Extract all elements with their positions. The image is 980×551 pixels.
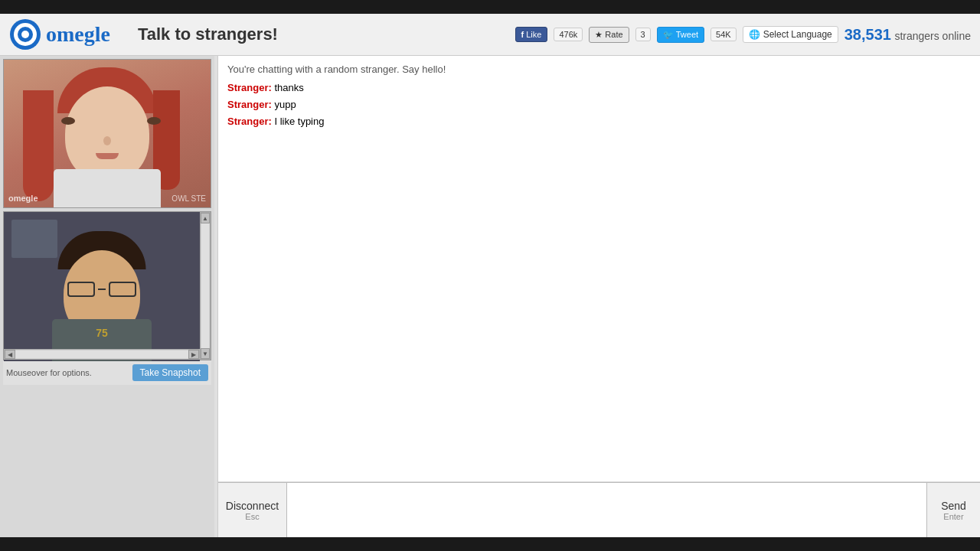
input-area: Disconnect Esc Send Enter — [218, 482, 980, 537]
left-panel: omegle OWL STE — [0, 56, 214, 537]
self-video: 75 — [4, 212, 200, 361]
chat-message-3: Stranger: I like typing — [227, 115, 971, 129]
left-bottom-spacer — [3, 385, 211, 534]
header-left: omegle Talk to strangers! — [9, 18, 278, 51]
horizontal-scrollbar[interactable]: ◀ ▶ — [4, 349, 200, 360]
send-button[interactable]: Send Enter — [926, 483, 980, 537]
rate-count: 3 — [635, 28, 651, 41]
scroll-left-button[interactable]: ◀ — [5, 350, 15, 359]
chat-message-text-3: I like typing — [274, 116, 324, 127]
online-count: 38,531 — [844, 26, 891, 43]
omegle-watermark: omegle — [8, 194, 38, 203]
fb-count: 476k — [554, 28, 583, 41]
rate-button[interactable]: ★ Rate — [589, 27, 629, 43]
svg-point-3 — [21, 31, 29, 38]
header-right: f Like 476k ★ Rate 3 🐦 Tweet 54K 🌐 Selec… — [515, 26, 971, 44]
globe-icon: 🌐 — [749, 29, 760, 40]
stranger-label-1: Stranger: — [227, 82, 272, 93]
mouseover-hint: Mouseover for options. — [6, 368, 92, 377]
omegle-logo-icon — [9, 18, 41, 51]
stranger-label-3: Stranger: — [227, 116, 272, 127]
right-panel: You're chatting with a random stranger. … — [217, 56, 980, 537]
disconnect-button[interactable]: Disconnect Esc — [218, 483, 287, 537]
tagline: Talk to strangers! — [138, 24, 278, 44]
disconnect-hint: Esc — [245, 512, 259, 521]
online-label: strangers online — [894, 30, 971, 42]
logo-text: omegle — [46, 22, 110, 47]
chat-input-field[interactable] — [287, 483, 926, 537]
self-video-area: 75 ▲ ▼ ◀ ▶ — [3, 211, 211, 360]
tweet-button[interactable]: 🐦 Tweet — [657, 27, 704, 43]
chat-message-text-2: yupp — [274, 99, 296, 110]
tweet-count: 54K — [710, 28, 737, 41]
self-video-feed: 75 — [4, 212, 200, 361]
stranger-video-feed — [4, 60, 211, 207]
vertical-scrollbar[interactable]: ▲ ▼ — [200, 212, 211, 360]
select-language-button[interactable]: 🌐 Select Language — [743, 26, 838, 43]
take-snapshot-button[interactable]: Take Snapshot — [132, 364, 208, 381]
scroll-up-button[interactable]: ▲ — [201, 213, 210, 223]
rate-icon: ★ — [595, 30, 603, 39]
fb-label: Like — [526, 30, 541, 39]
fb-icon: f — [521, 30, 524, 39]
header: omegle Talk to strangers! f Like 476k ★ … — [0, 14, 980, 56]
scroll-track-vertical — [201, 223, 209, 348]
stranger-label-2: Stranger: — [227, 99, 272, 110]
content-area: omegle OWL STE — [0, 56, 980, 537]
twitter-icon: 🐦 — [663, 30, 674, 40]
rate-label: Rate — [605, 30, 622, 39]
logo-area: omegle — [9, 18, 110, 51]
tweet-label: Tweet — [676, 30, 698, 39]
chat-message-1: Stranger: thanks — [227, 81, 971, 95]
owl-watermark-text: OWL STE — [172, 194, 206, 203]
chat-area: You're chatting with a random stranger. … — [218, 56, 980, 482]
video-options-bar: Mouseover for options. Take Snapshot — [3, 360, 211, 385]
send-hint: Enter — [943, 512, 963, 521]
facebook-like-button[interactable]: f Like — [515, 27, 548, 42]
scroll-down-button[interactable]: ▼ — [201, 348, 210, 359]
chat-message-2: Stranger: yupp — [227, 98, 971, 112]
scroll-right-button[interactable]: ▶ — [188, 350, 199, 359]
online-count-area: 38,531 strangers online — [844, 26, 971, 44]
chat-intro: You're chatting with a random stranger. … — [227, 64, 971, 75]
select-lang-label: Select Language — [763, 29, 832, 40]
chat-message-text-1: thanks — [274, 82, 303, 93]
stranger-video: omegle OWL STE — [3, 59, 211, 208]
send-label: Send — [941, 500, 966, 512]
scroll-track-horizontal — [15, 350, 188, 358]
disconnect-label: Disconnect — [226, 500, 279, 512]
